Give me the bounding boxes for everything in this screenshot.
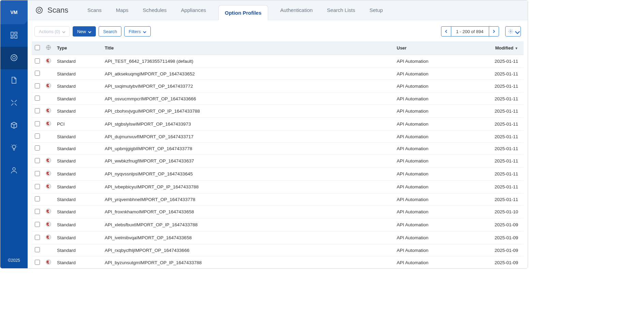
table-row[interactable]: Standard API_TEST_6642_1736355711498 (de…: [32, 55, 524, 68]
user-icon: [10, 166, 18, 175]
col-header-title[interactable]: Title: [102, 41, 394, 55]
row-checkbox[interactable]: [35, 184, 40, 189]
row-scope-cell: [43, 155, 54, 168]
brand-switcher[interactable]: VM: [0, 0, 28, 24]
row-checkbox[interactable]: [35, 247, 40, 252]
tab-option-profiles[interactable]: Option Profiles: [218, 5, 268, 20]
filters-dropdown[interactable]: Filters: [124, 26, 150, 37]
row-user: API Automation: [394, 80, 483, 93]
row-modified: 2025-01-11: [483, 155, 524, 168]
row-checkbox[interactable]: [35, 58, 40, 63]
row-type: Standard: [54, 105, 102, 118]
row-checkbox[interactable]: [35, 235, 40, 240]
settings-dropdown[interactable]: [505, 26, 521, 37]
table-row[interactable]: Standard API_dujmunvuvfIMPORT_OP_1647433…: [32, 131, 524, 143]
row-modified: 2025-01-11: [483, 118, 524, 131]
tab-scans[interactable]: Scans: [85, 0, 104, 20]
row-type: Standard: [54, 194, 102, 205]
actions-dropdown[interactable]: Actions (0): [34, 26, 70, 37]
nav-scans[interactable]: [0, 47, 28, 69]
row-checkbox[interactable]: [35, 121, 40, 126]
row-checkbox[interactable]: [35, 83, 40, 88]
table-row[interactable]: Standard API_sxqimutybvIMPORT_OP_1647433…: [32, 80, 524, 93]
col-header-user[interactable]: User: [394, 41, 483, 55]
row-scope-cell: [43, 168, 54, 181]
row-checkbox[interactable]: [35, 171, 40, 176]
col-header-scope[interactable]: [43, 41, 54, 55]
nav-reports[interactable]: [0, 69, 28, 92]
row-type: Standard: [54, 143, 102, 155]
tab-maps[interactable]: Maps: [114, 0, 131, 20]
row-checkbox[interactable]: [35, 222, 40, 227]
row-checkbox[interactable]: [35, 196, 40, 201]
new-label: New: [77, 29, 86, 34]
table-row[interactable]: Standard API_atksekuqmgIMPORT_OP_1647433…: [32, 68, 524, 80]
row-user: API Automation: [394, 131, 483, 143]
row-checkbox[interactable]: [35, 145, 40, 151]
tab-schedules[interactable]: Schedules: [141, 0, 169, 20]
row-scope-cell: [43, 194, 54, 205]
page-prev-button[interactable]: [441, 26, 451, 37]
col-header-modified[interactable]: Modified▼: [483, 41, 524, 55]
tab-search-lists[interactable]: Search Lists: [325, 0, 357, 20]
row-user: API Automation: [394, 55, 483, 68]
nav-assets[interactable]: [0, 114, 28, 137]
left-sidebar: VM: [0, 0, 28, 268]
new-dropdown[interactable]: New: [73, 26, 96, 37]
nav-users[interactable]: [0, 159, 28, 182]
table-row[interactable]: Standard API_ivelmibvqaIMPORT_OP_1647433…: [32, 231, 524, 244]
gear-icon: [508, 29, 513, 34]
row-title: API_stgbslylswIMPORT_OP_1647433973: [102, 118, 394, 131]
target-icon: [10, 54, 18, 63]
table-row[interactable]: Standard API_ivbepbicyuIMPORT_OP_IP_1647…: [32, 181, 524, 194]
table-row[interactable]: Standard API_yrqvembhneIMPORT_OP_1647433…: [32, 194, 524, 205]
row-user: API Automation: [394, 155, 483, 168]
row-checkbox[interactable]: [35, 158, 40, 163]
table-row[interactable]: Standard API_wwbkzfnugfIMPORT_OP_1647433…: [32, 155, 524, 168]
nav-kb[interactable]: [0, 137, 28, 159]
row-title: API_yrqvembhneIMPORT_OP_1647433778: [102, 194, 394, 205]
row-title: API_froxnkhamoIMPORT_OP_1647433658: [102, 205, 394, 218]
row-user: API Automation: [394, 105, 483, 118]
row-title: API_wwbkzfnugfIMPORT_OP_1647433637: [102, 155, 394, 168]
page-next-button[interactable]: [489, 26, 499, 37]
row-checkbox[interactable]: [35, 108, 40, 113]
row-user: API Automation: [394, 244, 483, 256]
row-user: API Automation: [394, 68, 483, 80]
table-row[interactable]: Standard API_rxqbycfhljIMPORT_OP_1647433…: [32, 244, 524, 256]
tab-authentication[interactable]: Authentication: [278, 0, 315, 20]
select-all-checkbox[interactable]: [35, 45, 40, 50]
table-row[interactable]: Standard API_byzunsutgmIMPORT_OP_IP_1647…: [32, 256, 524, 269]
table-row[interactable]: Standard API_upbmjgigblIMPORT_OP_1647433…: [32, 143, 524, 155]
cube-icon: [10, 121, 18, 130]
table-row[interactable]: Standard API_osvucmmpcrIMPORT_OP_1647433…: [32, 93, 524, 105]
row-checkbox[interactable]: [35, 209, 40, 214]
table-row[interactable]: Standard API_xlebsfbuxtIMPORT_OP_IP_1647…: [32, 218, 524, 231]
col-header-type[interactable]: Type: [54, 41, 102, 55]
search-button[interactable]: Search: [99, 26, 121, 37]
row-checkbox[interactable]: [35, 133, 40, 139]
chevron-down-icon: [143, 30, 146, 33]
svg-point-7: [13, 168, 15, 170]
row-user: API Automation: [394, 218, 483, 231]
row-checkbox[interactable]: [35, 71, 40, 76]
row-modified: 2025-01-11: [483, 55, 524, 68]
row-scope-cell: [43, 231, 54, 244]
row-type: Standard: [54, 244, 102, 256]
nav-dashboard[interactable]: [0, 24, 28, 47]
filters-label: Filters: [129, 29, 141, 34]
table-row[interactable]: Standard API_froxnkhamoIMPORT_OP_1647433…: [32, 205, 524, 218]
row-checkbox[interactable]: [35, 260, 40, 265]
row-scope-cell: [43, 143, 54, 155]
table-row[interactable]: Standard API_nyqvssnlpsIMPORT_OP_1647433…: [32, 168, 524, 181]
nav-tools[interactable]: [0, 92, 28, 114]
row-checkbox[interactable]: [35, 96, 40, 101]
row-type: Standard: [54, 168, 102, 181]
tab-appliances[interactable]: Appliances: [179, 0, 208, 20]
tab-setup[interactable]: Setup: [367, 0, 385, 20]
table-row[interactable]: Standard API_cbohxvjvguIMPORT_OP_IP_1647…: [32, 105, 524, 118]
row-scope-cell: [43, 68, 54, 80]
row-user: API Automation: [394, 194, 483, 205]
svg-rect-2: [15, 35, 17, 38]
table-row[interactable]: PCI API_stgbslylswIMPORT_OP_1647433973 A…: [32, 118, 524, 131]
